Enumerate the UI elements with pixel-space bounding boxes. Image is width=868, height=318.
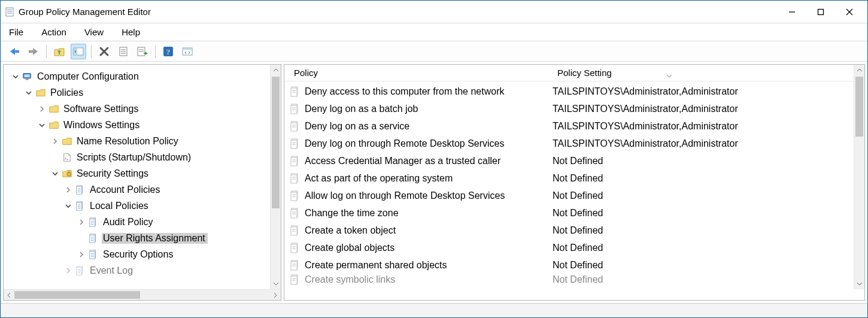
list-row[interactable]: Create global objectsNot Defined: [284, 239, 864, 256]
hscroll-track[interactable]: [14, 290, 270, 300]
chevron-down-icon[interactable]: [50, 169, 60, 178]
policy-item-icon: [289, 155, 301, 167]
list-row[interactable]: Allow log on through Remote Desktop Serv…: [284, 187, 864, 204]
column-policy[interactable]: Policy: [289, 65, 553, 80]
list-row[interactable]: Deny log on as a serviceTAILSPINTOYS\Adm…: [284, 117, 864, 135]
menu-action[interactable]: Action: [38, 25, 70, 40]
chevron-down-icon[interactable]: [37, 120, 47, 130]
show-hide-tree-icon[interactable]: [71, 44, 86, 59]
menu-view[interactable]: View: [81, 25, 107, 40]
scroll-up-icon[interactable]: [271, 65, 281, 75]
tree-item[interactable]: Security Settings: [7, 165, 281, 181]
filter-icon[interactable]: [180, 44, 195, 59]
scroll-right-icon[interactable]: [270, 290, 281, 301]
back-arrow-icon[interactable]: [7, 44, 22, 59]
svg-rect-8: [14, 50, 19, 53]
policy-name: Allow log on through Remote Desktop Serv…: [305, 190, 553, 201]
export-list-icon[interactable]: [135, 44, 150, 59]
svg-rect-22: [183, 48, 192, 50]
policy-item-icon: [289, 138, 301, 150]
list-row[interactable]: Create permanent shared objectsNot Defin…: [284, 256, 864, 274]
list-row[interactable]: Access Credential Manager as a trusted c…: [284, 152, 864, 169]
chevron-right-icon[interactable]: [63, 185, 73, 195]
svg-rect-5: [818, 9, 824, 14]
chevron-right-icon[interactable]: [37, 104, 47, 114]
policy-setting: Not Defined: [553, 208, 864, 219]
policy-setting: TAILSPINTOYS\Administrator,Administrator: [553, 86, 864, 97]
chevron-right-icon[interactable]: [77, 217, 86, 227]
maximize-button[interactable]: [806, 3, 835, 21]
tree[interactable]: Computer ConfigurationPoliciesSoftware S…: [4, 65, 281, 300]
forward-arrow-icon[interactable]: [26, 44, 41, 59]
toggle-none: [50, 153, 60, 162]
scroll-thumb[interactable]: [272, 77, 280, 208]
policy-name: Act as part of the operating system: [305, 173, 553, 184]
chevron-right-icon[interactable]: [77, 250, 86, 259]
policy-name: Deny log on through Remote Desktop Servi…: [305, 138, 553, 149]
list-row[interactable]: Create symbolic linksNot Defined: [284, 274, 864, 286]
scroll-thumb[interactable]: [855, 77, 863, 137]
policy-item-icon: [289, 259, 301, 271]
listview: Policy Policy Setting Deny access to thi…: [284, 65, 864, 300]
list-row[interactable]: Deny access to this computer from the ne…: [284, 83, 864, 100]
tree-item[interactable]: Local Policies: [7, 198, 281, 214]
tree-item[interactable]: Scripts (Startup/Shutdown): [7, 149, 281, 165]
policy-name: Deny log on as a service: [305, 121, 553, 132]
menu-help[interactable]: Help: [118, 25, 144, 40]
menu-file[interactable]: File: [5, 25, 27, 40]
tree-vscroll[interactable]: [270, 65, 281, 289]
list-vscroll[interactable]: [854, 65, 864, 289]
tree-item[interactable]: User Rights Assignment: [7, 230, 281, 246]
list-row[interactable]: Create a token objectNot Defined: [284, 222, 864, 239]
folder-icon: [48, 103, 60, 115]
hscroll-thumb[interactable]: [14, 291, 140, 299]
tree-item[interactable]: Computer Configuration: [7, 68, 281, 84]
list-row[interactable]: Change the time zoneNot Defined: [284, 204, 864, 222]
scroll-down-icon[interactable]: [854, 278, 864, 289]
chevron-down-icon[interactable]: [11, 72, 20, 81]
close-button[interactable]: [835, 3, 864, 21]
policy-icon: [87, 216, 99, 228]
list-pane: Policy Policy Setting Deny access to thi…: [284, 64, 865, 301]
rows[interactable]: Deny access to this computer from the ne…: [284, 81, 864, 300]
tree-item[interactable]: Event Log: [7, 262, 281, 278]
chevron-down-icon[interactable]: [63, 201, 73, 211]
list-row[interactable]: Act as part of the operating systemNot D…: [284, 169, 864, 187]
properties-icon[interactable]: [116, 44, 131, 59]
tree-hscroll[interactable]: [4, 289, 281, 300]
chevron-down-icon[interactable]: [24, 88, 34, 98]
help-icon[interactable]: ?: [160, 44, 176, 59]
svg-text:?: ?: [166, 47, 170, 56]
scroll-down-icon[interactable]: [271, 278, 281, 289]
chevron-right-icon[interactable]: [50, 137, 60, 146]
tree-item[interactable]: Audit Policy: [7, 214, 281, 230]
tree-item[interactable]: Security Options: [7, 246, 281, 262]
tree-item[interactable]: Policies: [7, 84, 281, 101]
tree-item[interactable]: Name Resolution Policy: [7, 133, 281, 149]
computer-icon: [22, 71, 34, 83]
policy-item-icon: [289, 207, 301, 219]
up-folder-icon[interactable]: [51, 44, 67, 59]
column-policy-setting[interactable]: Policy Setting: [553, 65, 864, 80]
security-icon: [61, 168, 73, 180]
delete-icon[interactable]: [96, 44, 112, 59]
tree-item-label: Audit Policy: [102, 217, 154, 228]
svg-rect-9: [29, 50, 34, 53]
policy-setting: Not Defined: [553, 243, 864, 253]
tree-item[interactable]: Windows Settings: [7, 117, 281, 133]
folder-icon: [35, 87, 47, 99]
titlebar: Group Policy Management Editor: [1, 1, 867, 23]
minimize-button[interactable]: [778, 3, 806, 21]
scroll-left-icon[interactable]: [4, 290, 14, 301]
list-row[interactable]: Deny log on through Remote Desktop Servi…: [284, 135, 864, 152]
policy-item-icon: [289, 242, 301, 254]
tree-item[interactable]: Software Settings: [7, 101, 281, 117]
tree-item[interactable]: Account Policies: [7, 181, 281, 198]
tree-item-label: User Rights Assignment: [102, 233, 208, 244]
toolbar-sep: [91, 45, 92, 58]
chevron-right-icon[interactable]: [63, 266, 73, 275]
list-row[interactable]: Deny log on as a batch jobTAILSPINTOYS\A…: [284, 100, 864, 117]
folder-icon: [61, 135, 73, 147]
menubar: File Action View Help: [1, 23, 867, 41]
scroll-up-icon[interactable]: [854, 65, 864, 75]
